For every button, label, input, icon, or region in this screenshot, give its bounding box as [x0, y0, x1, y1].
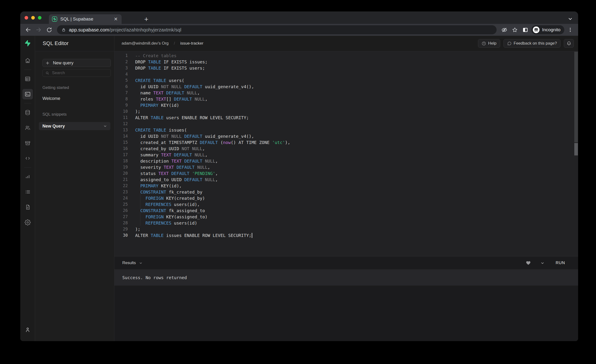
code-line: 18 description TEXT DEFAULT NULL, — [114, 158, 578, 164]
line-number: 11 — [114, 115, 128, 120]
code-line: 11ALTER TABLE users ENABLE ROW LEVEL SEC… — [114, 114, 578, 121]
code-line: 12 — [114, 121, 578, 127]
results-dropdown[interactable]: Results — [122, 260, 142, 265]
speech-bubble-icon — [507, 41, 512, 46]
results-empty-area — [114, 286, 578, 341]
line-number: 14 — [114, 134, 128, 139]
address-bar[interactable]: app.supabase.com/project/azahtnhqohyjerz… — [57, 25, 497, 34]
database-icon — [25, 109, 31, 116]
code-line: 19 severity TEXT DEFAULT NULL, — [114, 164, 578, 170]
terminal-icon — [25, 91, 31, 97]
code-line: 13CREATE TABLE issues( — [114, 127, 578, 133]
forward-arrow-icon — [36, 27, 42, 33]
line-number: 23 — [114, 190, 128, 194]
line-number: 21 — [114, 177, 128, 182]
sidebar-rail-home[interactable] — [22, 55, 33, 66]
code-line: 27 FOREIGN KEY(assigned_to) — [114, 214, 578, 220]
forward-button[interactable] — [34, 25, 43, 34]
tab-search-button[interactable] — [568, 16, 573, 22]
side-panel-button[interactable] — [521, 25, 530, 34]
supabase-app: SQL Editor adam@windmill.dev's Org / iss… — [20, 36, 578, 341]
sidebar-icon-rail — [20, 36, 35, 341]
code-line: 7 name TEXT DEFAULT NULL, — [114, 90, 578, 96]
code-line: 28 REFERENCES users(id) — [114, 220, 578, 226]
sidebar-rail-docs[interactable] — [22, 202, 33, 212]
back-button[interactable] — [24, 25, 33, 34]
sidebar-rail-reports[interactable] — [22, 171, 33, 182]
desktop-background: SQL | Supabase ✕ + app.supabase.com/proj… — [0, 0, 596, 364]
feedback-button[interactable]: Feedback on this page? — [504, 39, 560, 48]
sidebar-rail-sql-editor[interactable] — [22, 89, 33, 99]
notifications-button[interactable] — [564, 39, 574, 48]
url-text: app.supabase.com/project/azahtnhqohyjerz… — [69, 27, 181, 33]
line-number: 7 — [114, 90, 128, 95]
account-button[interactable] — [22, 324, 33, 335]
code-text: summary TEXT DEFAULT NULL, — [135, 152, 207, 157]
code-line: 25 REFERENCES users(id), — [114, 201, 578, 207]
line-number: 13 — [114, 127, 128, 132]
privacy-eye-button[interactable] — [500, 25, 509, 34]
help-button[interactable]: Help — [478, 39, 500, 48]
line-number: 16 — [114, 146, 128, 151]
code-text: REFERENCES users(id), — [135, 202, 200, 207]
line-number: 28 — [114, 221, 128, 225]
new-query-button[interactable]: New query — [42, 59, 111, 67]
line-number: 2 — [114, 59, 128, 64]
tab-close-icon[interactable]: ✕ — [113, 16, 119, 22]
sidebar-item-new-query-selected[interactable]: New Query — [39, 122, 110, 130]
code-text: PRIMARY KEY(id), — [135, 183, 182, 188]
editor-scrollbar[interactable] — [574, 52, 578, 207]
results-output: Success. No rows returned — [114, 269, 578, 286]
code-text: id UUID NOT NULL DEFAULT uuid_generate_v… — [135, 84, 254, 89]
sidebar-rail-database[interactable] — [22, 107, 33, 118]
search-input[interactable] — [52, 71, 108, 75]
new-tab-button[interactable]: + — [144, 16, 149, 23]
code-line: 24 FOREIGN KEY(created_by) — [114, 195, 578, 201]
sidebar-rail-api[interactable] — [22, 153, 33, 163]
section-heading-getting-started: Getting started — [42, 85, 111, 90]
zoom-window-button[interactable] — [38, 16, 41, 20]
archive-box-icon — [25, 140, 31, 146]
feedback-label: Feedback on this page? — [514, 41, 557, 46]
reload-button[interactable] — [45, 25, 54, 34]
code-text: roles TEXT[] DEFAULT NULL, — [135, 97, 207, 102]
menu-button[interactable] — [566, 25, 575, 34]
code-text: assigned_to UUID DEFAULT NULL, — [135, 177, 218, 182]
favorite-button[interactable] — [525, 259, 532, 267]
minimize-window-button[interactable] — [31, 16, 35, 20]
bookmark-button[interactable] — [510, 25, 520, 34]
line-number: 19 — [114, 165, 128, 170]
browser-tab[interactable]: SQL | Supabase ✕ — [49, 14, 122, 24]
line-number: 26 — [114, 208, 128, 213]
scrollbar-thumb[interactable] — [574, 52, 578, 142]
code-editor[interactable]: 1-- Create tables2DROP TABLE IF EXISTS i… — [114, 51, 578, 256]
breadcrumb-org[interactable]: adam@windmill.dev's Org — [122, 41, 169, 46]
sidebar-rail-storage[interactable] — [22, 138, 33, 148]
code-line: 21 assigned_to UUID DEFAULT NULL, — [114, 176, 578, 183]
run-options-button[interactable] — [539, 259, 546, 267]
tab-title: SQL | Supabase — [60, 16, 110, 22]
line-number: 18 — [114, 158, 128, 163]
code-text: name TEXT DEFAULT NULL, — [135, 90, 200, 95]
supabase-logo[interactable] — [20, 36, 35, 51]
line-number: 3 — [114, 66, 128, 70]
breadcrumb-project[interactable]: issue-tracker — [180, 41, 203, 46]
line-number: 30 — [114, 233, 128, 238]
window-controls — [25, 16, 41, 20]
code-text: CONSTRAINT fk_assigned_to — [135, 208, 205, 213]
code-text: id UUID NOT NULL DEFAULT uuid_generate_v… — [135, 134, 254, 139]
users-icon — [25, 125, 31, 131]
line-number: 6 — [114, 84, 128, 89]
sidebar-item-welcome[interactable]: Welcome — [42, 96, 111, 101]
scrollbar-thumb[interactable] — [574, 143, 578, 156]
code-line: 1-- Create tables — [114, 52, 578, 59]
sidebar-rail-auth[interactable] — [22, 123, 33, 133]
close-window-button[interactable] — [25, 16, 28, 20]
search-field[interactable] — [42, 69, 111, 77]
sidebar-rail-table-editor[interactable] — [22, 74, 33, 84]
run-button[interactable]: RUN — [553, 259, 567, 267]
code-text: FOREIGN KEY(assigned_to) — [135, 214, 207, 219]
incognito-badge[interactable]: Incognito — [531, 25, 564, 34]
sidebar-rail-logs[interactable] — [22, 187, 33, 197]
sidebar-rail-settings[interactable] — [22, 217, 33, 228]
